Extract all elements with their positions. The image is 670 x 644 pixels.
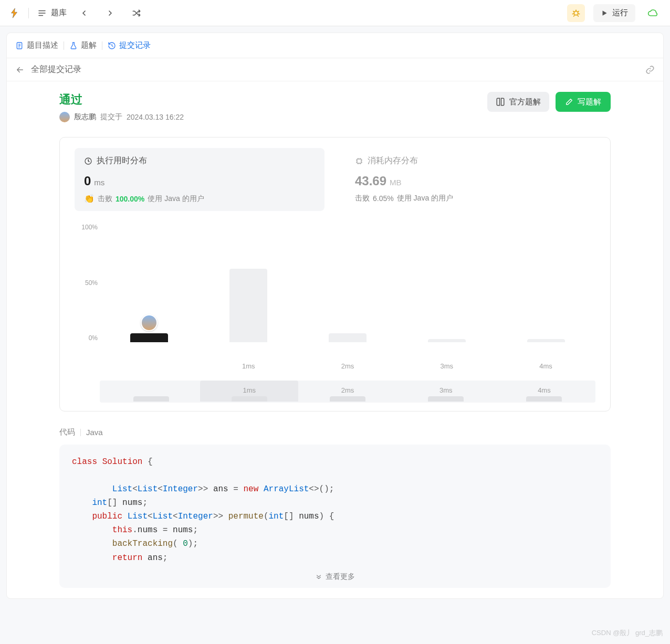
chart-bar[interactable] <box>298 333 397 342</box>
runtime-beats-pct: 100.00% <box>116 195 144 203</box>
x-label <box>100 362 199 370</box>
memory-value: 43.69 <box>355 174 386 188</box>
memory-title: 消耗内存分布 <box>368 155 418 166</box>
divider <box>102 41 102 50</box>
beats-label: 击败 <box>355 194 370 203</box>
history-icon <box>108 41 116 50</box>
chart-scrubber[interactable]: 1ms2ms3ms4ms <box>75 381 595 403</box>
write-solution-label: 写题解 <box>578 97 601 107</box>
submit-button[interactable] <box>644 4 662 22</box>
memory-stat[interactable]: 消耗内存分布 43.69 MB 击败 6.05% 使用 Java 的用户 <box>346 148 595 211</box>
tab-submissions[interactable]: 提交记录 <box>108 40 151 50</box>
flask-icon <box>69 41 78 50</box>
users-suffix: 使用 Java 的用户 <box>397 194 453 203</box>
official-solution-button[interactable]: 官方题解 <box>487 92 549 112</box>
document-icon <box>15 41 24 50</box>
submission-status: 通过 <box>59 92 487 108</box>
show-more-button[interactable]: 查看更多 <box>72 572 598 582</box>
memory-beats-pct: 6.05% <box>373 194 394 203</box>
runtime-stat[interactable]: 执行用时分布 0 ms 👏 击败 100.00% 使用 Java 的用户 <box>75 148 324 211</box>
write-solution-button[interactable]: 写题解 <box>556 92 611 112</box>
avatar[interactable] <box>59 112 70 122</box>
user-avatar-marker <box>141 314 158 331</box>
problem-list-label: 题库 <box>51 8 67 18</box>
cloud-upload-icon <box>647 8 658 18</box>
scrubber-cell[interactable] <box>102 394 200 402</box>
code-label: 代码 <box>59 427 75 437</box>
chevron-left-icon <box>80 9 88 17</box>
play-icon <box>601 9 608 17</box>
shuffle-button[interactable] <box>128 4 145 22</box>
prev-problem-button[interactable] <box>75 4 93 22</box>
runtime-unit: ms <box>94 178 104 187</box>
svg-point-0 <box>574 11 578 15</box>
code-panel: class Solution { List<List<Integer>> ans… <box>59 445 611 588</box>
next-problem-button[interactable] <box>101 4 119 22</box>
ytick-50: 50% <box>75 279 98 287</box>
shuffle-icon <box>132 8 141 18</box>
clock-icon <box>84 157 92 165</box>
chart-bar[interactable] <box>397 339 496 342</box>
runtime-title: 执行用时分布 <box>97 155 147 166</box>
scrubber-cell[interactable]: 1ms <box>200 381 298 402</box>
chevrons-down-icon <box>315 573 322 580</box>
clap-icon: 👏 <box>84 194 95 204</box>
x-label: 3ms <box>397 362 496 370</box>
chart-bar[interactable] <box>199 269 298 342</box>
tab-solution[interactable]: 题解 <box>69 40 97 50</box>
tab-description[interactable]: 题目描述 <box>15 40 58 50</box>
x-label: 2ms <box>298 362 397 370</box>
book-icon <box>496 97 505 107</box>
code-language: Java <box>86 428 103 437</box>
edit-icon <box>565 98 573 106</box>
leetcode-logo[interactable] <box>8 7 20 19</box>
all-submissions-label: 全部提交记录 <box>31 64 81 75</box>
run-button[interactable]: 运行 <box>593 4 635 22</box>
problem-list-button[interactable]: 题库 <box>37 8 67 18</box>
ytick-0: 0% <box>75 334 98 342</box>
scrubber-cell[interactable]: 4ms <box>495 386 593 402</box>
username[interactable]: 殷志鹏 <box>74 112 96 122</box>
ytick-100: 100% <box>75 224 98 231</box>
scrubber-cell[interactable]: 3ms <box>397 386 495 402</box>
chevron-right-icon <box>106 9 114 17</box>
users-suffix: 使用 Java 的用户 <box>148 194 204 204</box>
official-solution-label: 官方题解 <box>509 97 541 107</box>
runtime-distribution-chart: 100% 50% 0% <box>75 227 595 358</box>
memory-unit: MB <box>390 178 402 187</box>
tab-submissions-label: 提交记录 <box>119 40 151 50</box>
divider <box>80 429 81 436</box>
bug-icon <box>571 8 581 18</box>
scrubber-cell[interactable]: 2ms <box>298 386 396 402</box>
chart-bar[interactable] <box>496 339 595 342</box>
svg-rect-3 <box>357 159 361 163</box>
stats-card: 执行用时分布 0 ms 👏 击败 100.00% 使用 Java 的用户 <box>59 137 611 411</box>
back-button[interactable] <box>15 65 25 75</box>
submitted-at: 2024.03.13 16:22 <box>127 113 184 121</box>
share-link-button[interactable] <box>645 65 655 75</box>
x-label: 1ms <box>199 362 298 370</box>
x-label: 4ms <box>496 362 595 370</box>
list-icon <box>37 8 47 18</box>
chart-bar[interactable] <box>100 333 199 342</box>
divider <box>28 8 29 18</box>
show-more-label: 查看更多 <box>326 572 355 582</box>
beats-label: 击败 <box>98 194 112 204</box>
code-block: class Solution { List<List<Integer>> ans… <box>72 455 598 565</box>
submitted-at-prefix: 提交于 <box>100 112 122 122</box>
run-label: 运行 <box>612 8 628 18</box>
memory-icon <box>355 157 363 165</box>
tab-solution-label: 题解 <box>81 40 97 50</box>
arrow-left-icon <box>15 65 25 75</box>
debug-button[interactable] <box>567 4 585 22</box>
link-icon <box>645 65 655 75</box>
divider <box>64 41 64 50</box>
tab-description-label: 题目描述 <box>27 40 58 50</box>
runtime-value: 0 <box>84 174 91 188</box>
